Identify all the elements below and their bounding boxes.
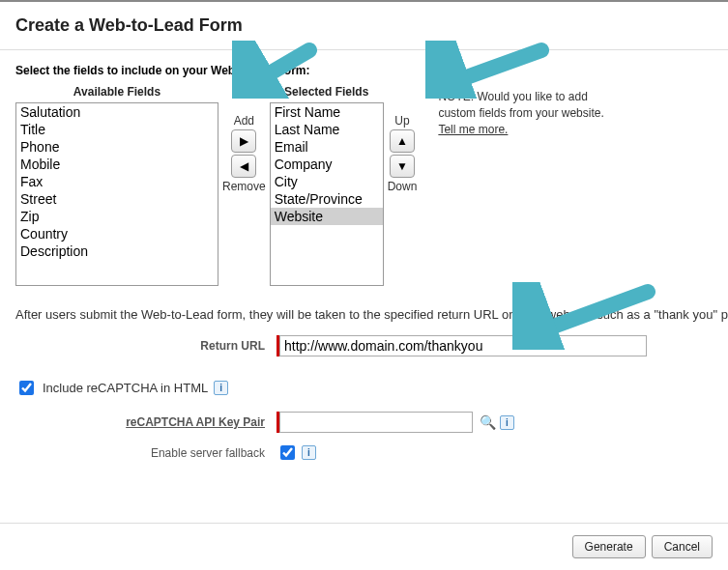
down-label: Down xyxy=(388,180,418,193)
lookup-icon[interactable]: 🔍 xyxy=(479,413,496,431)
list-item[interactable]: Last Name xyxy=(271,121,383,138)
list-item[interactable]: First Name xyxy=(271,103,383,121)
remove-label: Remove xyxy=(222,180,266,193)
section-instruction: Select the fields to include on your Web… xyxy=(15,64,713,77)
list-item[interactable]: Mobile xyxy=(16,156,218,173)
enable-server-fallback-checkbox[interactable] xyxy=(280,445,295,460)
selected-fields-listbox[interactable]: First NameLast NameEmailCompanyCityState… xyxy=(270,102,384,286)
up-label: Up xyxy=(394,114,409,128)
list-item[interactable]: Salutation xyxy=(16,103,218,121)
enable-server-fallback-label: Enable server fallback xyxy=(15,446,277,460)
list-item[interactable]: Phone xyxy=(16,138,218,156)
add-button[interactable]: ▶ xyxy=(231,129,256,153)
note-text: NOTE: Would you like to add custom field… xyxy=(421,85,624,137)
list-item[interactable]: Website xyxy=(271,208,383,225)
list-item[interactable]: Description xyxy=(16,242,218,260)
list-item[interactable]: Fax xyxy=(16,173,218,190)
page-title: Create a Web-to-Lead Form xyxy=(0,2,728,50)
list-item[interactable]: Street xyxy=(16,190,218,208)
include-recaptcha-label: Include reCAPTCHA in HTML xyxy=(43,381,208,395)
tell-me-more-link[interactable]: Tell me more. xyxy=(438,123,508,136)
remove-button[interactable]: ◀ xyxy=(231,155,256,178)
info-icon[interactable]: i xyxy=(214,381,228,395)
available-fields-header: Available Fields xyxy=(73,85,160,99)
recaptcha-keypair-input[interactable] xyxy=(279,412,473,433)
down-button[interactable]: ▼ xyxy=(390,155,415,178)
info-icon[interactable]: i xyxy=(302,445,316,460)
after-submit-description: After users submit the Web-to-Lead form,… xyxy=(15,307,713,322)
return-url-input[interactable] xyxy=(279,335,647,356)
available-fields-listbox[interactable]: SalutationTitlePhoneMobileFaxStreetZipCo… xyxy=(15,102,218,286)
list-item[interactable]: Company xyxy=(271,156,383,173)
cancel-button[interactable]: Cancel xyxy=(652,535,713,558)
list-item[interactable]: City xyxy=(271,173,383,190)
list-item[interactable]: State/Province xyxy=(271,190,383,208)
list-item[interactable]: Zip xyxy=(16,208,218,225)
list-item[interactable]: Country xyxy=(16,225,218,242)
recaptcha-keypair-label: reCAPTCHA API Key Pair xyxy=(15,415,277,429)
up-button[interactable]: ▲ xyxy=(390,129,415,153)
add-label: Add xyxy=(234,114,254,128)
selected-fields-header: Selected Fields xyxy=(284,85,368,99)
include-recaptcha-checkbox[interactable] xyxy=(19,381,34,395)
info-icon[interactable]: i xyxy=(500,415,514,430)
generate-button[interactable]: Generate xyxy=(572,535,646,558)
return-url-label: Return URL xyxy=(15,339,277,353)
list-item[interactable]: Email xyxy=(271,138,383,156)
list-item[interactable]: Title xyxy=(16,121,218,138)
